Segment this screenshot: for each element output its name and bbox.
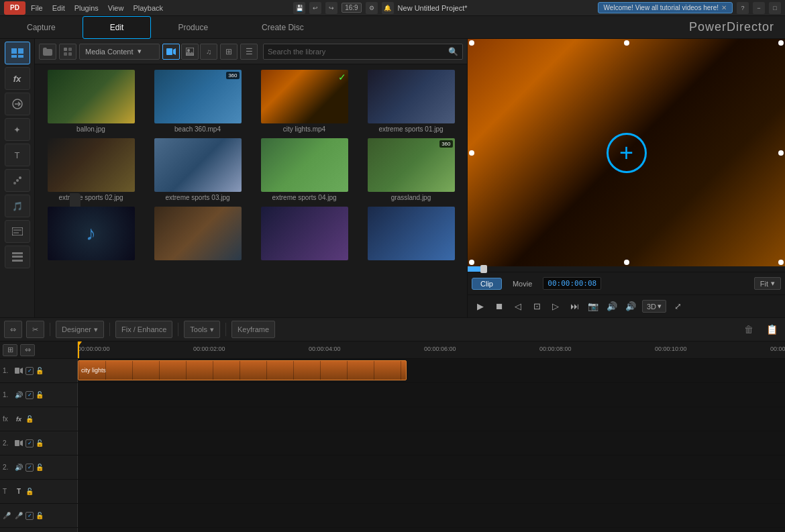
track-visibility-checkbox[interactable]: ✓ [25, 464, 34, 472]
menu-edit[interactable]: Edit [52, 4, 65, 12]
copy-to-clipboard-btn[interactable]: 📋 [762, 320, 781, 339]
grid-view-btn[interactable]: ⊞ [220, 44, 238, 60]
menu-view[interactable]: View [108, 4, 124, 12]
resize-handle-bl[interactable] [469, 260, 474, 265]
media-item[interactable]: ✓ city lights.mp4 [251, 67, 358, 136]
preview-timeline-bar[interactable] [468, 266, 785, 272]
track-lock-btn[interactable]: 🔓 [36, 391, 44, 398]
track-content[interactable] [78, 528, 785, 532]
media-item[interactable] [144, 204, 251, 265]
track-lock-btn[interactable]: 🔓 [36, 512, 44, 519]
maximize-icon[interactable]: □ [769, 2, 781, 14]
resize-handle-tm[interactable] [624, 40, 629, 46]
resize-handle-rm[interactable] [778, 150, 784, 156]
redo-icon[interactable]: ↪ [325, 2, 337, 14]
welcome-banner[interactable]: Welcome! View all tutorial videos here! … [598, 2, 733, 13]
filter-video-btn[interactable] [162, 44, 180, 60]
fit-tracks-btn[interactable]: ⊞ [3, 344, 17, 356]
prev-frame-btn[interactable]: ◁ [511, 299, 525, 314]
expand-tracks-btn[interactable]: ⇔ [20, 344, 35, 356]
sidebar-chapter-btn[interactable] [5, 246, 30, 268]
track-content[interactable] [78, 383, 785, 407]
media-item[interactable]: extreme sports 02.jpg [38, 136, 144, 204]
keyframe-btn[interactable]: Keyframe [231, 321, 275, 338]
fast-forward-btn[interactable]: ⏭ [567, 299, 582, 314]
snap-btn[interactable]: ⇔ [4, 321, 22, 338]
filter-audio-btn[interactable]: ♫ [200, 44, 217, 60]
snapshot-btn[interactable]: 📷 [586, 299, 600, 314]
menu-playback[interactable]: Playback [133, 4, 163, 12]
sidebar-media-btn[interactable] [5, 42, 30, 64]
track-content[interactable] [78, 480, 785, 503]
help-icon[interactable]: ? [737, 2, 749, 14]
preview-playhead-handle[interactable] [480, 265, 487, 273]
sidebar-overlay-btn[interactable]: ✦ [5, 118, 30, 141]
media-item[interactable]: ♪ [38, 204, 144, 265]
sidebar-title-btn[interactable]: T [5, 144, 30, 166]
alert-icon[interactable]: 🔔 [382, 2, 394, 14]
media-item[interactable]: 360 grassland.jpg [358, 136, 464, 204]
track-visibility-checkbox[interactable]: ✓ [25, 367, 34, 375]
menu-plugins[interactable]: Plugins [74, 4, 99, 12]
audio-mix-btn[interactable]: 🔊 [605, 299, 619, 314]
tab-produce[interactable]: Produce [151, 16, 235, 39]
track-content[interactable] [78, 431, 785, 455]
resize-handle-bm[interactable] [624, 260, 629, 265]
settings-icon[interactable]: ⚙ [366, 2, 378, 14]
sidebar-audio-btn[interactable]: 🎵 [5, 195, 30, 217]
trim-btn[interactable]: ⊡ [529, 299, 544, 314]
sidebar-fx-btn[interactable]: fx [5, 67, 30, 90]
track-visibility-checkbox[interactable]: ✓ [25, 439, 34, 447]
track-lock-btn[interactable]: 🔓 [36, 439, 44, 447]
track-content[interactable] [78, 407, 785, 431]
preview-clip-tab[interactable]: Clip [472, 278, 502, 290]
track-content[interactable] [78, 456, 785, 479]
play-btn[interactable]: ▶ [473, 299, 488, 314]
stop-btn[interactable]: ⏹ [492, 299, 507, 314]
list-view-btn[interactable]: ☰ [240, 44, 258, 60]
delete-btn[interactable]: 🗑 [739, 320, 758, 339]
resize-handle-tl[interactable] [469, 40, 474, 46]
resolution-badge[interactable]: 16:9 [342, 3, 361, 13]
next-frame-btn[interactable]: ▷ [548, 299, 563, 314]
media-item[interactable]: extreme sports 04.jpg [251, 136, 358, 204]
volume-btn[interactable]: 🔊 [623, 299, 638, 314]
tab-create-disc[interactable]: Create Disc [235, 16, 331, 39]
resize-handle-lm[interactable] [469, 150, 474, 156]
undo-icon[interactable]: ↩ [309, 2, 321, 14]
cut-btn[interactable]: ✂ [26, 321, 44, 338]
sidebar-particle-btn[interactable] [5, 169, 30, 192]
track-visibility-checkbox[interactable]: ✓ [25, 391, 34, 399]
fix-enhance-btn[interactable]: Fix / Enhance [115, 321, 172, 338]
sidebar-transitions-btn[interactable] [5, 93, 30, 115]
track-lock-btn[interactable]: 🔓 [36, 464, 44, 471]
fullscreen-btn[interactable]: ⤢ [670, 299, 685, 314]
media-item[interactable]: extreme sports 03.jpg [144, 136, 251, 204]
tools-btn[interactable]: Tools ▾ [184, 321, 220, 338]
media-item[interactable]: extreme sports 01.jpg [358, 67, 464, 136]
import-media-btn[interactable] [59, 44, 76, 60]
media-item[interactable] [358, 204, 464, 265]
preview-add-button[interactable]: + [607, 133, 647, 173]
welcome-close-button[interactable]: ✕ [721, 4, 727, 11]
resize-handle-tr[interactable] [778, 40, 784, 46]
search-input[interactable] [268, 48, 446, 56]
media-item[interactable]: 360 beach 360.mp4 [144, 67, 251, 136]
track-lock-btn[interactable]: 🔓 [25, 415, 34, 423]
designer-btn[interactable]: Designer ▾ [56, 321, 104, 338]
resize-handle-br[interactable] [778, 260, 784, 265]
sidebar-caption-btn[interactable] [5, 220, 30, 243]
tab-capture[interactable]: Capture [0, 16, 83, 39]
minimize-icon[interactable]: − [753, 2, 765, 14]
save-icon[interactable]: 💾 [293, 2, 305, 14]
filter-image-btn[interactable] [181, 44, 199, 60]
preview-fit-dropdown[interactable]: Fit ▾ [754, 277, 781, 290]
menu-file[interactable]: File [31, 4, 43, 12]
3d-btn[interactable]: 3D ▾ [642, 300, 666, 313]
timeline-clip[interactable]: city lights [78, 360, 407, 380]
media-item[interactable] [251, 204, 358, 265]
preview-movie-tab[interactable]: Movie [505, 278, 540, 289]
track-lock-btn[interactable]: 🔓 [36, 367, 44, 374]
import-folder-btn[interactable] [39, 44, 56, 60]
tab-edit[interactable]: Edit [83, 16, 152, 39]
